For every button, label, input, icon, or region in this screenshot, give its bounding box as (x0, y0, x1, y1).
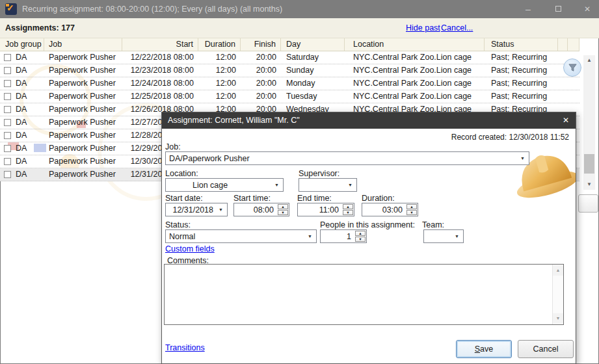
start-time-spinner[interactable]: 08:00 ▲ ▼ (233, 203, 289, 216)
spin-up-icon[interactable]: ▲ (343, 204, 353, 209)
people-label: People in this assignment: (320, 220, 415, 229)
maximize-button[interactable] (547, 0, 569, 18)
obscured-background-button[interactable] (578, 194, 598, 213)
table-scrollbar[interactable]: ▲ ▼ (583, 55, 595, 190)
close-button[interactable]: ✕ (576, 0, 598, 18)
start-date-picker[interactable]: 12/31/2018 ▼ (165, 203, 228, 216)
scroll-thumb[interactable] (584, 154, 594, 174)
row-day-cell: Saturday (281, 51, 345, 64)
dialog-close-button[interactable]: ✕ (556, 112, 576, 129)
comments-textarea[interactable]: ▲ ▼ (164, 264, 564, 325)
column-duration[interactable]: Duration (198, 38, 241, 51)
row-checkbox[interactable] (4, 80, 11, 87)
assignments-toolbar: Assignments: 177 Hide past Cancel... (0, 18, 599, 38)
hide-past-link[interactable]: Hide past (406, 18, 440, 38)
scroll-down-button[interactable]: ▼ (583, 179, 595, 190)
table-row[interactable]: DA Paperwork Pusher 12/25/2018 08:00 12:… (0, 90, 579, 103)
row-jobgroup-cell: DA (0, 129, 44, 142)
row-finish-cell: 20:00 (241, 90, 281, 103)
spin-down-icon[interactable]: ▼ (343, 210, 353, 215)
row-jobgroup-cell: DA (0, 103, 44, 116)
minimize-button[interactable]: – (517, 0, 539, 18)
table-row[interactable]: DA Paperwork Pusher 12/23/2018 08:00 12:… (0, 64, 579, 77)
transitions-link[interactable]: Transitions (165, 343, 205, 352)
spin-up-icon[interactable]: ▲ (278, 204, 288, 209)
row-finish-cell: 20:00 (241, 51, 281, 64)
comments-scrollbar[interactable]: ▲ ▼ (552, 265, 563, 324)
row-jobgroup-value: DA (16, 116, 27, 129)
filter-button[interactable] (563, 58, 581, 77)
row-job-cell: Paperwork Pusher (44, 90, 122, 103)
column-location[interactable]: Location (345, 38, 485, 51)
cancel-button[interactable]: Cancel (518, 340, 574, 358)
row-jobgroup-value: DA (16, 103, 27, 116)
row-location-cell: NYC.Central Park Zoo.Lion cage (345, 77, 485, 90)
spin-down-icon[interactable]: ▼ (406, 210, 417, 215)
table-row[interactable]: DA Paperwork Pusher 12/24/2018 08:00 12:… (0, 77, 579, 90)
status-combobox[interactable]: Normal ▼ (165, 229, 317, 243)
assignments-count: Assignments: 177 (5, 18, 75, 38)
row-finish-cell: 20:00 (241, 77, 281, 90)
row-duration-cell: 12:00 (198, 77, 241, 90)
cancel-assignments-link[interactable]: Cancel... (441, 18, 473, 38)
spin-down-icon[interactable]: ▼ (278, 210, 288, 215)
header-filler (568, 38, 579, 51)
app-window: ✓ Recurring assignment: 08:00-20:00 (12:… (0, 0, 599, 364)
row-checkbox[interactable] (4, 54, 11, 61)
cancel-button-label: Cancel (533, 344, 559, 354)
custom-fields-link[interactable]: Custom fields (165, 244, 215, 254)
column-status[interactable]: Status (485, 38, 558, 51)
comments-scroll-up-icon[interactable]: ▲ (553, 265, 563, 276)
spin-up-icon[interactable]: ▲ (355, 231, 366, 236)
end-time-spinner[interactable]: 11:00 ▲ ▼ (297, 203, 354, 216)
column-job-group[interactable]: Job group (0, 38, 44, 51)
scroll-up-button[interactable]: ▲ (583, 55, 595, 66)
row-day-cell: Monday (281, 77, 345, 90)
end-time-value: 11:00 (301, 204, 339, 216)
spin-down-icon[interactable]: ▼ (355, 237, 366, 242)
combo-arrow-icon: ▼ (345, 179, 355, 190)
duration-value: 03:00 (366, 204, 403, 216)
table-row[interactable]: DA Paperwork Pusher 12/22/2018 08:00 12:… (0, 51, 579, 64)
combo-arrow-icon: ▼ (518, 153, 527, 164)
row-checkbox[interactable] (4, 93, 11, 100)
row-checkbox[interactable] (4, 145, 11, 152)
row-job-cell: Paperwork Pusher (44, 103, 122, 116)
row-status-cell: Past; Recurring (485, 90, 558, 103)
row-job-cell: Paperwork Pusher (44, 168, 122, 181)
job-combobox[interactable]: DA/Paperwork Pusher ▼ (165, 151, 529, 165)
people-spinner[interactable]: 1 ▲ ▼ (320, 229, 367, 243)
row-jobgroup-value: DA (16, 90, 27, 103)
combo-arrow-icon: ▼ (272, 179, 282, 190)
row-checkbox[interactable] (4, 132, 11, 139)
column-day[interactable]: Day (281, 38, 345, 51)
team-combobox[interactable]: ▼ (423, 229, 464, 243)
row-jobgroup-cell: DA (0, 142, 44, 155)
supervisor-combobox[interactable]: ▼ (299, 178, 357, 192)
row-filler (558, 90, 568, 103)
save-button[interactable]: Save (456, 340, 512, 358)
spin-up-icon[interactable]: ▲ (406, 204, 417, 209)
dialog-titlebar: Assignment: Cornett, William "Mr. C" ✕ (162, 112, 576, 129)
row-start-cell: 12/24/2018 08:00 (122, 77, 198, 90)
row-checkbox[interactable] (4, 106, 11, 113)
row-checkbox[interactable] (4, 67, 11, 74)
column-job[interactable]: Job (44, 38, 122, 51)
close-icon: ✕ (584, 5, 591, 14)
comments-scroll-down-icon[interactable]: ▼ (553, 313, 563, 324)
row-jobgroup-cell: DA (0, 51, 44, 64)
column-start[interactable]: Start (122, 38, 198, 51)
row-checkbox[interactable] (4, 119, 11, 126)
row-checkbox[interactable] (4, 158, 11, 165)
column-finish[interactable]: Finish (241, 38, 281, 51)
row-duration-cell: 12:00 (198, 64, 241, 77)
duration-spinner[interactable]: 03:00 ▲ ▼ (362, 203, 418, 216)
row-status-cell: Past; Recurring (485, 51, 558, 64)
row-checkbox[interactable] (4, 171, 11, 178)
scroll-down-icon: ▼ (587, 181, 592, 187)
window-title: Recurring assignment: 08:00-20:00 (12:00… (22, 0, 282, 18)
row-start-cell: 12/25/2018 08:00 (122, 90, 198, 103)
location-combobox[interactable]: Lion cage ▼ (165, 178, 284, 192)
supervisor-label: Supervisor: (299, 169, 339, 178)
duration-label: Duration: (362, 194, 395, 203)
